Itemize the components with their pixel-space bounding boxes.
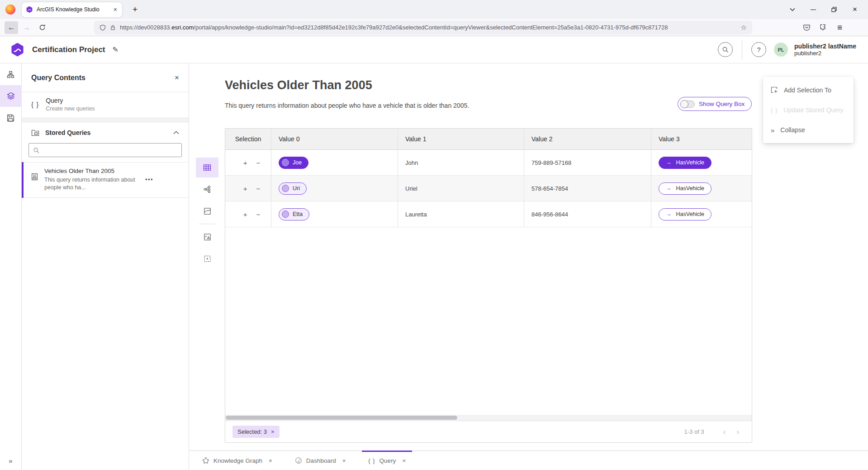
results-table: Selection Value 0 Value 1 Value 2 Value … <box>225 128 752 443</box>
remove-selection-button[interactable]: − <box>256 211 261 218</box>
knowledge-graph-icon <box>202 457 209 464</box>
add-to-map-button[interactable] <box>196 227 218 247</box>
user-info[interactable]: publisher2 lastName publisher2 <box>794 43 862 57</box>
relationship-pill[interactable]: →HasVehicle <box>659 208 711 221</box>
add-selection-button[interactable]: + <box>243 211 247 218</box>
browser-tab-active[interactable]: ArcGIS Knowledge Studio × <box>22 2 122 17</box>
close-tab-icon[interactable]: × <box>269 457 272 464</box>
window-restore-button[interactable] <box>824 2 844 17</box>
pocket-icon[interactable] <box>803 24 811 31</box>
new-query-item[interactable]: { } Query Create new queries <box>22 92 189 118</box>
tab-list-chevron-icon[interactable] <box>782 2 803 17</box>
scrollbar-thumb[interactable] <box>226 416 457 420</box>
bookmark-star-icon[interactable]: ☆ <box>741 24 747 32</box>
remove-selection-button[interactable]: − <box>256 159 261 166</box>
table-row: + − Uri Uriel 578-654-7854 →HasVehicle <box>225 176 752 201</box>
back-button[interactable]: ← <box>5 21 18 34</box>
column-header-selection: Selection <box>225 129 271 149</box>
extensions-puzzle-icon[interactable] <box>820 24 828 31</box>
stored-queries-header[interactable]: Stored Queries <box>22 122 189 143</box>
browser-toolbar: ← → https://dev0028833.esri.com/portal/a… <box>0 19 868 36</box>
selected-count-chip[interactable]: Selected: 3 × <box>232 426 280 438</box>
knowledge-studio-logo <box>10 42 25 58</box>
rail-project-tree-button[interactable] <box>0 63 22 85</box>
panel-close-icon[interactable]: × <box>175 73 179 82</box>
folder-icon <box>31 129 39 136</box>
remove-selection-button[interactable]: − <box>256 185 261 192</box>
main-area: Vehicles Older Than 2005 This query retu… <box>189 63 868 470</box>
lock-icon[interactable] <box>110 24 116 30</box>
entity-pill[interactable]: Uri <box>279 182 307 195</box>
tab-query[interactable]: { } Query × <box>362 451 412 470</box>
show-query-box-label: Show Query Box <box>699 101 745 107</box>
rail-contents-button[interactable] <box>0 85 22 107</box>
column-header-value1: Value 1 <box>398 129 524 149</box>
rail-expand-icon[interactable]: » <box>5 455 16 466</box>
toggle-switch[interactable] <box>681 101 695 108</box>
table-header-row: Selection Value 0 Value 1 Value 2 Value … <box>225 129 752 150</box>
add-selection-to-icon <box>771 86 778 94</box>
new-tab-button[interactable]: + <box>130 5 140 14</box>
entity-icon <box>282 159 289 166</box>
menu-item-update-stored-query[interactable]: { } Update Stored Query <box>763 100 854 120</box>
close-tab-icon[interactable]: × <box>402 457 406 464</box>
view-toolbar <box>196 158 218 270</box>
menu-item-add-selection-to[interactable]: Add Selection To <box>763 80 854 100</box>
url-bar[interactable]: https://dev0028833.esri.com/portal/apps/… <box>94 21 752 34</box>
stored-query-item[interactable]: Vehicles Older Than 2005 This query retu… <box>22 162 189 198</box>
arrow-right-icon: → <box>666 211 672 217</box>
item-overflow-menu-icon[interactable]: ••• <box>145 176 153 183</box>
forward-button[interactable]: → <box>20 21 33 34</box>
user-avatar[interactable]: PL <box>774 43 788 57</box>
reload-button[interactable] <box>35 21 49 34</box>
rail-save-button[interactable] <box>0 107 22 129</box>
app-header: Certification Project ✎ ? PL publisher2 … <box>0 36 868 63</box>
add-selection-button[interactable]: + <box>243 185 247 192</box>
search-input[interactable] <box>43 147 177 153</box>
dashboard-gauge-icon <box>295 457 302 464</box>
horizontal-scrollbar[interactable] <box>225 415 752 421</box>
next-page-button[interactable]: › <box>731 428 745 436</box>
tab-dashboard[interactable]: Dashboard × <box>289 451 352 470</box>
entity-icon <box>282 211 289 218</box>
relationship-pill[interactable]: →HasVehicle <box>659 157 711 169</box>
map-view-button[interactable] <box>196 201 218 221</box>
selection-tool-button[interactable] <box>196 249 218 269</box>
help-button[interactable]: ? <box>751 42 766 57</box>
header-search-button[interactable] <box>718 42 733 57</box>
panel-title: Query Contents <box>31 74 175 82</box>
close-tab-icon[interactable]: × <box>342 457 346 464</box>
arcgis-favicon-icon <box>26 6 33 13</box>
application-window: ArcGIS Knowledge Studio × + × ← → https:… <box>0 0 868 470</box>
chevron-up-icon[interactable] <box>173 131 179 134</box>
selected-count-label: Selected: 3 <box>237 428 267 435</box>
page-description: This query returns information about peo… <box>225 102 469 109</box>
clear-selection-icon[interactable]: × <box>271 428 275 435</box>
relationship-pill[interactable]: →HasVehicle <box>659 182 711 195</box>
menu-hamburger-icon[interactable]: ≡ <box>837 23 842 33</box>
previous-page-button[interactable]: ‹ <box>718 428 731 436</box>
entity-pill[interactable]: Joe <box>279 157 308 169</box>
query-actions-menu: Add Selection To { } Update Stored Query… <box>763 77 854 143</box>
link-chart-view-button[interactable] <box>196 179 218 199</box>
edit-title-icon[interactable]: ✎ <box>113 45 119 54</box>
add-selection-button[interactable]: + <box>243 159 247 166</box>
stored-query-icon <box>31 173 38 192</box>
firefox-logo-icon[interactable] <box>5 5 15 14</box>
window-close-button[interactable]: × <box>844 2 865 17</box>
entity-pill[interactable]: Etta <box>279 208 309 221</box>
braces-icon: { } <box>771 107 778 114</box>
selected-indicator-bar <box>22 162 24 198</box>
toolbar-divider <box>199 224 215 224</box>
window-minimize-button[interactable] <box>803 2 824 17</box>
shield-icon[interactable] <box>100 24 106 31</box>
tab-close-icon[interactable]: × <box>113 6 118 13</box>
menu-item-collapse[interactable]: » Collapse <box>763 120 854 140</box>
left-rail: » <box>0 63 22 470</box>
stored-queries-search[interactable] <box>28 143 182 157</box>
tab-knowledge-graph[interactable]: Knowledge Graph × <box>196 451 279 470</box>
show-query-box-toggle[interactable]: Show Query Box <box>678 97 752 111</box>
workspace: » Query Contents × { } Query Create new … <box>0 63 868 470</box>
table-view-button[interactable] <box>196 158 218 177</box>
page-title: Vehicles Older Than 2005 <box>225 78 372 92</box>
